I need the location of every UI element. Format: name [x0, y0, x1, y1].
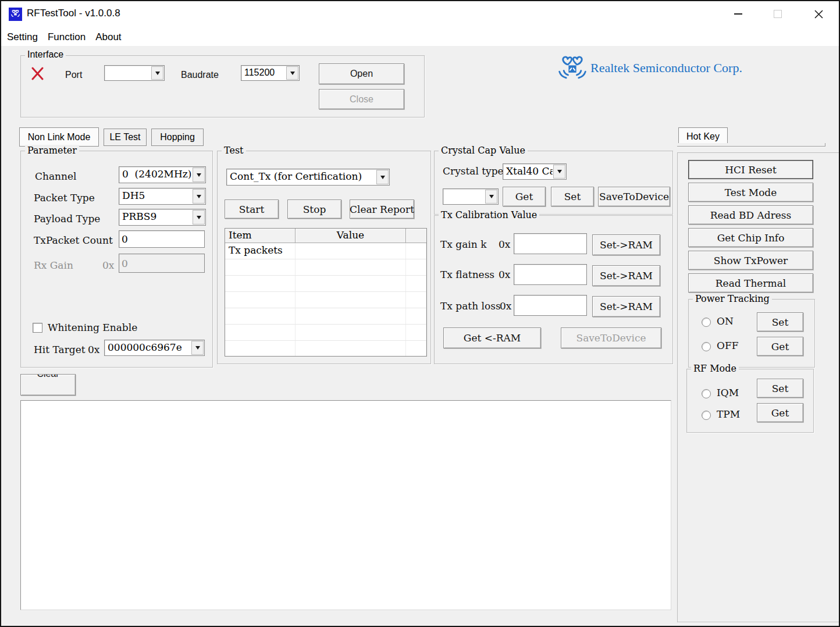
- report-table: Item Value Tx packets: [225, 228, 427, 357]
- channel-label: Channel: [35, 170, 77, 182]
- tx-packet-count-input[interactable]: [119, 230, 205, 248]
- realtek-logo-icon: [556, 55, 589, 83]
- menu-bar: Setting Function About: [1, 28, 839, 46]
- tx-gain-k-set-ram-button[interactable]: Set->RAM: [592, 234, 660, 255]
- power-tracking-set-button[interactable]: Set: [757, 312, 803, 332]
- get-from-ram-button[interactable]: Get <-RAM: [443, 327, 541, 348]
- hit-target-dropdown-arrow-icon[interactable]: [191, 341, 204, 355]
- get-chip-info-button[interactable]: Get Chip Info: [688, 228, 813, 247]
- channel-dropdown-arrow-icon[interactable]: [193, 168, 205, 182]
- table-row-empty: [225, 259, 426, 276]
- table-row-tx-packets[interactable]: Tx packets: [225, 243, 426, 259]
- tx-path-loss-label: Tx path loss: [440, 300, 501, 312]
- tx-path-loss-set-ram-button[interactable]: Set->RAM: [592, 296, 660, 317]
- rf-mode-tpm-label: TPM: [717, 408, 740, 420]
- test-mode-dropdown-arrow-icon[interactable]: [376, 170, 389, 184]
- baudrate-dropdown-arrow-icon[interactable]: [286, 66, 298, 80]
- minimize-button[interactable]: [725, 5, 752, 23]
- channel-value: 0 (2402MHz): [119, 167, 192, 183]
- open-button[interactable]: Open: [319, 63, 404, 84]
- whitening-enable-label: Whitening Enable: [48, 322, 137, 333]
- whitening-enable-checkbox[interactable]: [33, 323, 42, 333]
- crystal-get-button[interactable]: Get: [503, 187, 546, 206]
- tx-gain-k-input[interactable]: [514, 233, 587, 254]
- menu-about[interactable]: About: [95, 30, 127, 45]
- packet-type-label: Packet Type: [34, 192, 95, 204]
- tab-non-link-mode[interactable]: Non Link Mode: [19, 127, 99, 147]
- show-tx-power-button[interactable]: Show TxPower: [688, 251, 813, 270]
- power-tracking-get-button[interactable]: Get: [757, 337, 803, 356]
- crystal-type-dropdown-arrow-icon[interactable]: [553, 165, 565, 179]
- title-bar: RFTestTool - v1.0.0.8: [1, 1, 839, 28]
- tx-path-loss-hex-prefix: 0x: [500, 300, 511, 312]
- baudrate-combobox[interactable]: 115200: [241, 65, 300, 81]
- port-combobox[interactable]: [104, 65, 165, 81]
- hit-target-value: 000000c6967e: [105, 340, 191, 355]
- hci-reset-button[interactable]: HCI Reset: [688, 160, 813, 179]
- payload-type-combobox[interactable]: PRBS9: [119, 209, 206, 226]
- tx-flatness-hex-prefix: 0x: [499, 269, 510, 280]
- crystal-cap-group-title: Crystal Cap Value: [439, 145, 528, 156]
- tx-flatness-set-ram-button[interactable]: Set->RAM: [592, 265, 660, 286]
- close-button[interactable]: [805, 5, 832, 23]
- clear-log-button[interactable]: Clear: [20, 374, 76, 396]
- rf-mode-group-title: RF Mode: [691, 363, 739, 374]
- crystal-cap-dropdown-arrow-icon[interactable]: [485, 190, 497, 204]
- clear-report-button[interactable]: Clear Report: [350, 200, 414, 219]
- rx-gain-input: [119, 254, 205, 273]
- packet-type-combobox[interactable]: DH5: [119, 188, 206, 205]
- power-tracking-group: Power Tracking ON Set OFF Get: [688, 299, 815, 368]
- report-table-header: Item Value: [225, 229, 426, 243]
- payload-type-dropdown-arrow-icon[interactable]: [193, 210, 205, 225]
- column-header-item[interactable]: Item: [225, 229, 296, 243]
- rf-mode-iqm-radio[interactable]: [702, 389, 711, 398]
- tx-path-loss-input[interactable]: [514, 295, 587, 316]
- table-row-empty: [225, 292, 426, 308]
- test-mode-value: Cont_Tx (for Certification): [227, 169, 376, 185]
- table-row-empty: [225, 325, 426, 341]
- log-output[interactable]: [20, 400, 671, 610]
- port-dropdown-arrow-icon[interactable]: [151, 66, 163, 80]
- power-tracking-off-radio[interactable]: [702, 342, 711, 351]
- tab-le-test[interactable]: LE Test: [104, 129, 147, 146]
- column-header-value[interactable]: Value: [296, 229, 406, 243]
- test-group-title: Test: [222, 145, 246, 156]
- app-window: RFTestTool - v1.0.0.8 Setting Function A…: [0, 0, 840, 627]
- start-button[interactable]: Start: [225, 200, 279, 219]
- cell-value: [296, 243, 406, 259]
- rf-mode-group: RF Mode IQM Set TPM Get: [686, 369, 814, 433]
- packet-type-dropdown-arrow-icon[interactable]: [193, 189, 205, 204]
- tx-flatness-input[interactable]: [514, 264, 587, 285]
- test-group: Test Cont_Tx (for Certification) Start S…: [217, 151, 431, 364]
- power-tracking-on-radio[interactable]: [702, 318, 711, 327]
- rf-mode-set-button[interactable]: Set: [757, 379, 803, 398]
- menu-function[interactable]: Function: [48, 30, 92, 45]
- realtek-crab-icon: [10, 9, 21, 19]
- menu-setting[interactable]: Setting: [7, 30, 44, 45]
- channel-combobox[interactable]: 0 (2402MHz): [119, 166, 206, 183]
- table-row-empty: [225, 276, 426, 292]
- read-thermal-button[interactable]: Read Thermal: [688, 273, 813, 293]
- table-row-empty: [225, 341, 426, 357]
- column-header-spacer: [406, 229, 426, 243]
- hit-target-combobox[interactable]: 000000c6967e: [104, 340, 205, 356]
- rf-mode-get-button[interactable]: Get: [757, 403, 803, 422]
- app-icon: [9, 8, 22, 21]
- parameter-group: Parameter Channel 0 (2402MHz) Packet Typ…: [20, 151, 213, 368]
- tx-calibration-group-title: Tx Calibration Value: [439, 209, 539, 220]
- hit-target-hex-prefix: 0x: [88, 344, 99, 355]
- hot-key-panel: HCI Reset Test Mode Read BD Adress Get C…: [677, 152, 840, 622]
- tx-gain-k-hex-prefix: 0x: [499, 238, 510, 250]
- stop-button[interactable]: Stop: [287, 200, 341, 219]
- crystal-cap-combobox[interactable]: [443, 188, 499, 205]
- crystal-set-button[interactable]: Set: [551, 187, 594, 206]
- crystal-type-combobox[interactable]: Xtal40 Cap: [503, 163, 567, 180]
- rf-mode-tpm-radio[interactable]: [702, 411, 711, 420]
- tab-hopping[interactable]: Hopping: [151, 129, 204, 146]
- rx-gain-label: Rx Gain: [34, 259, 73, 271]
- close-icon: [814, 10, 823, 19]
- test-mode-button[interactable]: Test Mode: [688, 183, 813, 202]
- crystal-save-to-device-button[interactable]: SaveToDevice: [598, 187, 670, 206]
- read-bd-address-button[interactable]: Read BD Adress: [688, 205, 813, 225]
- test-mode-combobox[interactable]: Cont_Tx (for Certification): [226, 169, 390, 186]
